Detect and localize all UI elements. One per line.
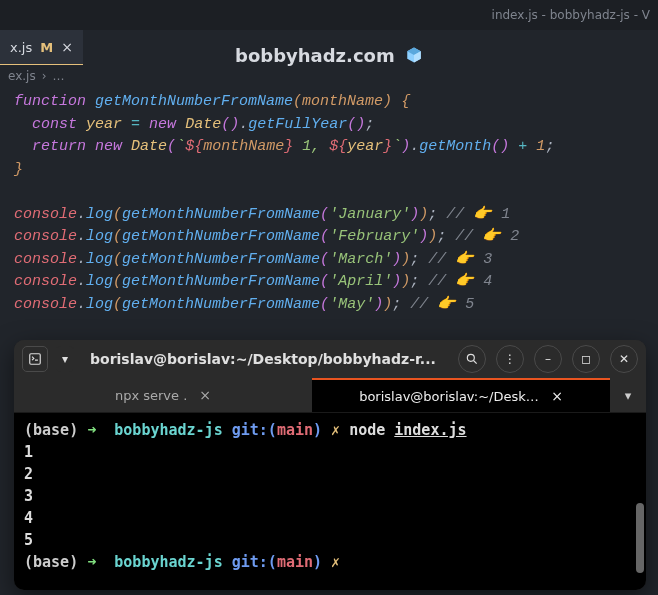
editor-tab-bar: x.js M × (0, 30, 658, 65)
terminal-tab-1[interactable]: npx serve . × (14, 378, 312, 412)
dropdown-icon[interactable]: ▾ (56, 346, 74, 372)
terminal-title-bar: ▾ borislav@borislav:~/Desktop/bobbyhadz-… (14, 340, 646, 378)
tab-name: x.js (10, 40, 32, 55)
chevron-down-icon: ▾ (625, 388, 632, 403)
terminal-title: borislav@borislav:~/Desktop/bobbyhadz-r.… (82, 351, 450, 367)
editor-tab-index-js[interactable]: x.js M × (0, 30, 83, 65)
search-button[interactable] (458, 345, 486, 373)
breadcrumb-file: ex.js (8, 69, 36, 83)
minimize-button[interactable]: – (534, 345, 562, 373)
breadcrumb[interactable]: ex.js › … (0, 65, 658, 87)
svg-rect-0 (30, 354, 41, 365)
maximize-icon: ◻ (581, 352, 591, 366)
menu-button[interactable]: ⋮ (496, 345, 524, 373)
terminal-window: ▾ borislav@borislav:~/Desktop/bobbyhadz-… (14, 340, 646, 590)
chevron-right-icon: › (42, 69, 47, 83)
close-button[interactable]: ✕ (610, 345, 638, 373)
new-tab-button[interactable] (22, 346, 48, 372)
close-icon[interactable]: × (61, 39, 73, 55)
terminal-icon (28, 352, 42, 366)
search-icon (465, 352, 479, 366)
window-title-bar: index.js - bobbyhadz-js - V (0, 0, 658, 30)
close-icon: ✕ (619, 352, 629, 366)
tab-modified-indicator: M (40, 40, 53, 55)
close-icon[interactable]: × (551, 388, 563, 404)
breadcrumb-more: … (53, 69, 65, 83)
minimize-icon: – (545, 352, 551, 366)
kebab-icon: ⋮ (504, 352, 516, 366)
terminal-tabs: npx serve . × borislav@borislav:~/Deskto… (14, 378, 646, 413)
close-icon[interactable]: × (199, 387, 211, 403)
terminal-tab-2[interactable]: borislav@borislav:~/Desktop/b… × (312, 378, 610, 412)
maximize-button[interactable]: ◻ (572, 345, 600, 373)
window-title: index.js - bobbyhadz-js - V (492, 8, 650, 22)
terminal-body[interactable]: (base) ➜ bobbyhadz-js git:(main) ✗ node … (14, 413, 646, 590)
add-tab-button[interactable]: ▾ (610, 378, 646, 412)
code-editor[interactable]: function getMonthNumberFromName(monthNam… (0, 87, 658, 320)
svg-point-1 (467, 354, 474, 361)
scrollbar[interactable] (636, 503, 644, 573)
